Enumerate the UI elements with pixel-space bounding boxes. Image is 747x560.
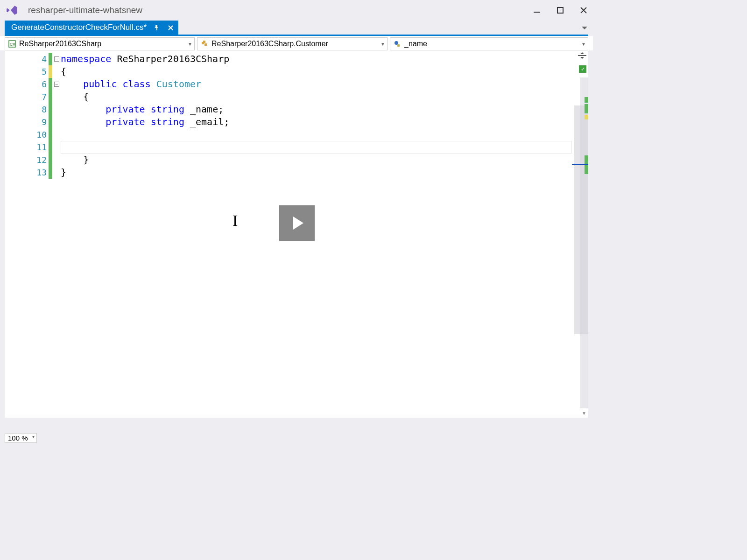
split-icon[interactable] [578,52,587,59]
change-bar [49,166,52,179]
change-bar [49,65,52,78]
line-number: 6 [30,79,47,89]
chevron-down-icon: ▼ [581,42,586,47]
play-button[interactable] [279,205,315,241]
change-bar [49,128,52,141]
gutter-row: 11 [5,141,61,154]
scope-dropdown-class[interactable]: ReSharper20163CSharp.Customer ▼ [197,37,388,50]
csharp-icon: C# [8,40,16,48]
line-number: 5 [30,67,47,77]
line-number: 13 [30,168,47,177]
code-line[interactable]: private string _name; [61,103,572,116]
gutter-row: 10 [5,128,61,141]
tab-label: GenerateConstructorCheckForNull.cs* [11,23,147,32]
gutter-row: 8 [5,103,61,116]
close-button[interactable] [577,4,590,17]
navigation-bar: C# ReSharper20163CSharp ▼ ReSharper20163… [0,36,593,50]
minimize-button[interactable] [530,4,543,17]
line-number: 11 [30,142,47,152]
change-bar [49,116,52,128]
code-line[interactable]: public class Customer [61,78,572,91]
gutter-row: 9 [5,116,61,128]
scope-member-label: _name [404,40,427,48]
scope-class-label: ReSharper20163CSharp.Customer [211,40,328,48]
field-icon [393,40,402,48]
gutter-row: 4− [5,53,61,65]
maximize-button[interactable] [554,4,567,17]
right-gutter: ✓ ▲ ▼ [572,50,588,418]
fold-column: − [52,82,61,87]
scroll-down-arrow-icon[interactable]: ▼ [582,411,586,416]
line-number: 8 [30,105,47,114]
code-line[interactable]: private string _email; [61,116,572,128]
class-icon [200,40,209,48]
change-marker [585,97,588,103]
fold-toggle-icon[interactable]: − [54,56,59,62]
change-bar [49,78,52,91]
gutter-row: 12 [5,154,61,166]
svg-point-7 [395,41,398,45]
code-line[interactable] [61,128,572,141]
tab-overflow-icon[interactable] [582,24,587,32]
fold-column: − [52,56,61,62]
statusbar: 100 % [0,431,593,444]
tab-strip: GenerateConstructorCheckForNull.cs* [0,21,593,35]
svg-rect-1 [557,7,563,13]
code-line[interactable]: } [61,154,572,166]
gutter-row: 5 [5,65,61,78]
play-icon [293,217,303,230]
change-bar [49,154,52,166]
file-tab[interactable]: GenerateConstructorCheckForNull.cs* [5,21,178,35]
change-bar [49,53,52,65]
line-number: 10 [30,130,47,140]
svg-text:C#: C# [10,42,15,47]
titlebar: resharper-ultimate-whatsnew [0,0,593,21]
analysis-status-ok-icon[interactable]: ✓ [579,65,586,73]
gutter: 4−56−78910111213 [5,50,61,418]
change-bar [49,103,52,116]
svg-rect-0 [534,12,540,13]
code-line[interactable]: namespace ReSharper20163CSharp [61,53,572,65]
change-marker [585,115,588,119]
gutter-row: 7 [5,91,61,103]
change-bar [49,141,52,154]
code-line[interactable]: { [61,91,572,103]
zoom-dropdown[interactable]: 100 % [5,433,37,443]
code-line[interactable]: } [61,166,572,179]
window-controls [530,4,590,17]
chevron-down-icon: ▼ [381,42,385,47]
code-line[interactable]: { [61,65,572,78]
caret-marker [572,164,588,165]
svg-rect-9 [578,55,586,56]
scope-dropdown-member[interactable]: _name ▼ [390,37,588,50]
svg-rect-5 [204,43,207,46]
line-number: 12 [30,155,47,165]
svg-rect-6 [203,41,205,43]
line-number: 7 [30,92,47,102]
window-title: resharper-ultimate-whatsnew [28,5,142,15]
code-area[interactable]: namespace ReSharper20163CSharp{ public c… [61,50,572,418]
pin-icon[interactable] [152,23,161,32]
chevron-down-icon: ▼ [188,42,192,47]
svg-rect-8 [397,44,400,47]
scrollbar-thumb[interactable] [574,105,588,334]
line-number: 4 [30,54,47,64]
scope-project-label: ReSharper20163CSharp [19,40,101,48]
scope-dropdown-project[interactable]: C# ReSharper20163CSharp ▼ [5,37,195,50]
gutter-row: 13 [5,166,61,179]
line-number: 9 [30,117,47,127]
change-marker [585,155,588,174]
change-bar [49,91,52,103]
zoom-label: 100 % [8,434,28,442]
change-marker [585,104,588,113]
code-line[interactable] [61,141,572,154]
close-tab-icon[interactable] [166,23,175,32]
gutter-row: 6− [5,78,61,91]
fold-toggle-icon[interactable]: − [54,82,59,87]
visual-studio-logo-icon [6,4,19,17]
